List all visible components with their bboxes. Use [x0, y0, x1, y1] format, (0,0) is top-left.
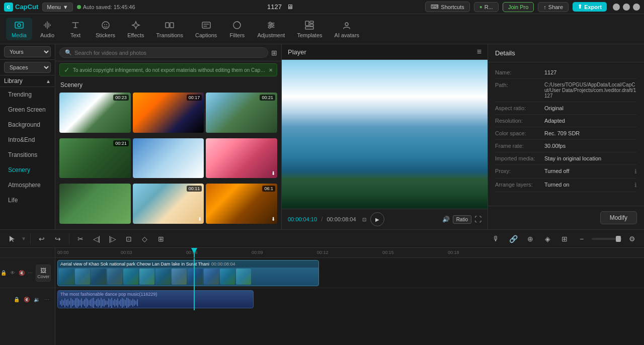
undo-button[interactable]: ↩ — [35, 232, 49, 246]
trim-right-tool[interactable]: |▷ — [106, 232, 120, 246]
wave-bar — [61, 299, 62, 306]
fullscreen-button[interactable]: ⛶ — [474, 215, 481, 223]
separator-1 — [30, 234, 31, 244]
media-item-7[interactable] — [59, 184, 131, 224]
toolbar-captions[interactable]: Captions — [190, 18, 222, 40]
toolbar-text[interactable]: Text — [62, 18, 89, 40]
toolbar-adjustment[interactable]: Adjustment — [252, 18, 290, 40]
wave-bar — [104, 299, 105, 307]
rec-button[interactable]: ● R... — [474, 2, 499, 12]
media-item-3[interactable]: 00:21 — [206, 93, 277, 133]
spaces-select[interactable]: Spaces — [4, 62, 51, 73]
cover-button[interactable]: 🖼 Cover — [36, 265, 51, 282]
media-item-2[interactable]: 00:17 — [133, 93, 204, 133]
toolbar-templates[interactable]: Templates — [292, 18, 327, 40]
sidebar-item-intro-end[interactable]: Intro&End — [2, 133, 53, 147]
settings-tool[interactable]: ⚙ — [625, 232, 639, 246]
filter-button[interactable]: ⊞ — [271, 49, 277, 57]
toolbar-stickers[interactable]: Stickers — [91, 18, 120, 40]
sidebar-item-scenery[interactable]: Scenery — [2, 163, 53, 177]
menu-button[interactable]: Menu ▼ — [42, 3, 72, 12]
track-eye-icon[interactable]: 👁 — [9, 269, 16, 277]
track-lock-icon[interactable]: 🔒 — [0, 269, 7, 277]
audio-record-tool[interactable]: 🎙 — [489, 232, 503, 246]
sidebar-item-trending[interactable]: Trending — [2, 88, 53, 102]
toolbar-media[interactable]: Media — [6, 18, 32, 40]
sidebar-item-green-screen[interactable]: Green Screen — [2, 103, 53, 117]
media-item-1[interactable]: 00:23 — [59, 93, 131, 133]
media-item-5[interactable] — [133, 138, 204, 179]
split-audio-tool[interactable]: ⊕ — [523, 232, 537, 246]
library-collapse-icon[interactable]: ▲ — [46, 78, 51, 84]
toolbar-audio[interactable]: Audio — [34, 18, 60, 40]
crop-tool[interactable]: ⊡ — [122, 232, 136, 246]
main-area: Yours Spaces Library ▲ Trending Green Sc… — [0, 44, 644, 229]
sidebar-item-background[interactable]: Background — [2, 118, 53, 132]
sidebar-item-atmosphere[interactable]: Atmosphere — [2, 178, 53, 192]
close-button[interactable] — [633, 4, 640, 11]
clip-thumb-3 — [91, 269, 106, 285]
arrange-layers-info-icon[interactable]: ℹ — [634, 182, 637, 189]
media-item-8[interactable]: 00:11 ⬇ — [133, 184, 204, 224]
track-mute-icon[interactable]: 🔇 — [18, 269, 25, 277]
timeline-ruler: 00:00 00:03 00:06 00:09 00:12 00:15 00:1… — [55, 248, 644, 258]
audio-track-volume-icon[interactable]: 🔉 — [33, 295, 41, 303]
svg-rect-6 — [170, 23, 174, 28]
ratio-button[interactable]: Ratio — [453, 215, 471, 224]
player-video[interactable] — [282, 60, 488, 209]
select-tool[interactable] — [5, 232, 19, 246]
join-pro-button[interactable]: Join Pro — [503, 2, 534, 12]
clip-thumb-5 — [123, 269, 138, 285]
toolbar-filters[interactable]: Filters — [224, 18, 250, 40]
clip-thumb-2 — [75, 269, 90, 285]
keyframe-tool[interactable]: ◈ — [540, 232, 554, 246]
search-input[interactable] — [74, 50, 263, 56]
minus-zoom-tool[interactable]: − — [575, 232, 589, 246]
share-button[interactable]: ↑ Share — [538, 2, 569, 12]
proxy-info-icon[interactable]: ℹ — [634, 168, 637, 175]
media-item-6[interactable]: ⬇ — [206, 138, 277, 179]
playhead-ruler — [194, 248, 195, 257]
audio-track-mute-icon[interactable]: 🔇 — [23, 295, 31, 303]
sidebar-item-life[interactable]: Life — [2, 193, 53, 207]
copyright-bar: ✓ To avoid copyright infringement, do no… — [59, 63, 277, 76]
wave-bar — [96, 299, 97, 306]
toolbar-ai-avatars[interactable]: AI avatars — [330, 18, 365, 40]
topbar: C CapCut Menu ▼ Auto saved: 15:45:46 112… — [0, 0, 644, 14]
select-dropdown[interactable]: ▼ — [21, 236, 26, 241]
copy-tool[interactable]: ⊞ — [154, 232, 168, 246]
speaker-icon[interactable]: 🔊 — [442, 216, 450, 223]
video-clip[interactable]: Aerial view of Khao Sok national park Ch… — [57, 260, 319, 286]
sidebar-item-transitions[interactable]: Transitions — [2, 148, 53, 162]
svg-rect-0 — [15, 22, 23, 28]
align-tool[interactable]: ⊞ — [557, 232, 572, 246]
wave-bar — [116, 300, 117, 306]
shortcuts-button[interactable]: ⌨ Shortcuts — [425, 2, 469, 12]
detail-row-name: Name: 1127 — [495, 66, 637, 79]
trim-left-tool[interactable]: ◁| — [90, 232, 104, 246]
link-tool[interactable]: 🔗 — [506, 232, 520, 246]
toolbar-effects[interactable]: Effects — [122, 18, 149, 40]
audio-track-more-icon[interactable]: ⋯ — [43, 295, 51, 303]
split-tool[interactable]: ✂ — [73, 232, 88, 246]
redo-button[interactable]: ↪ — [51, 232, 65, 246]
wave-bar — [119, 301, 120, 305]
export-button[interactable]: ⬆ Export — [573, 2, 607, 12]
modify-button[interactable]: Modify — [600, 211, 637, 224]
minimize-button[interactable] — [613, 4, 620, 11]
audio-clip[interactable]: The most fashionable dance pop music(116… — [57, 290, 254, 308]
audio-track-lock-icon[interactable]: 🔒 — [13, 295, 21, 303]
wave-bar — [86, 298, 87, 308]
play-button[interactable]: ▶ — [370, 212, 384, 226]
maximize-button[interactable] — [623, 4, 630, 11]
copyright-close-button[interactable]: ✕ — [269, 67, 273, 73]
player-menu-button[interactable]: ≡ — [477, 47, 481, 56]
mask-tool[interactable]: ◇ — [138, 232, 152, 246]
media-item-9[interactable]: 06:1 ⬇ — [206, 184, 277, 224]
media-item-4[interactable]: 00:21 — [59, 138, 131, 179]
track-more-icon[interactable]: ⋯ — [27, 269, 34, 277]
toolbar-transitions[interactable]: Transitions — [151, 18, 188, 40]
zoom-slider[interactable] — [592, 238, 622, 240]
yours-select[interactable]: Yours — [4, 46, 51, 57]
mark-in-icon[interactable]: ⊡ — [362, 217, 366, 222]
